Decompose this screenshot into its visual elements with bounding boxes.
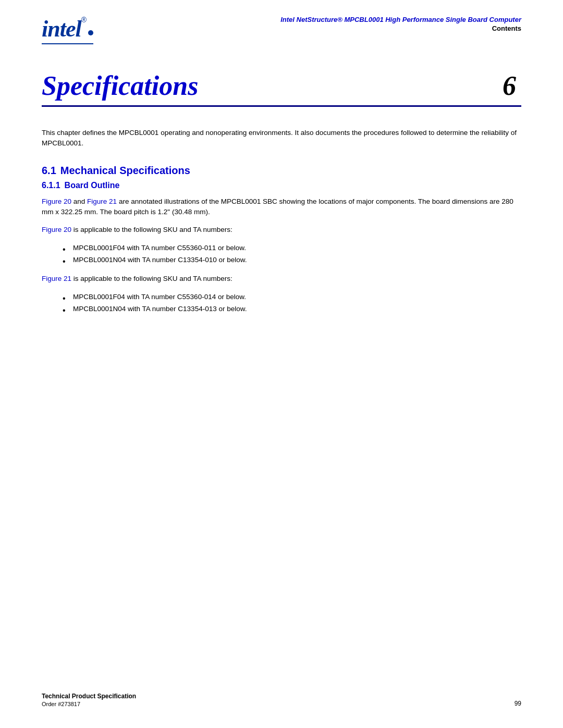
section-6-1-label: Mechanical Specifications [60,165,190,176]
figure-20-link-1[interactable]: Figure 20 [42,198,71,205]
bullet-list-1: MPCBL0001F04 with TA number C55360-011 o… [73,242,521,266]
figure-21-applicable-para: Figure 21 is applicable to the following… [42,274,521,284]
section-6-1-1-number: 6.1.1 [42,181,60,190]
intel-dot [88,30,93,35]
section-6-1-1-label: Board Outline [65,181,120,190]
footer-left: Technical Product Specification Order #2… [42,693,136,707]
intel-registered-mark: ® [81,16,87,24]
header-doc-title: Intel NetStructure® MPCBL0001 High Perfo… [114,16,521,23]
figure-20-applicable-post: is applicable to the following SKU and T… [71,226,232,233]
figure-20-applicable-para: Figure 20 is applicable to the following… [42,225,521,235]
intel-logo: intel ® [42,16,93,44]
chapter-title-area: Specifications 6 [0,55,563,101]
section-6-1-1-title: 6.1.1Board Outline [42,181,521,190]
intro-paragraph: This chapter defines the MPCBL0001 opera… [42,128,521,149]
board-outline-para1: Figure 20 and Figure 21 are annotated il… [42,196,521,218]
and-text: and [71,198,87,205]
figure-21-link-1[interactable]: Figure 21 [87,198,117,205]
figure-21-applicable-post: is applicable to the following SKU and T… [71,275,232,282]
bullet-1-1: MPCBL0001F04 with TA number C55360-011 o… [73,242,521,254]
bullet-list-2: MPCBL0001F04 with TA number C55360-014 o… [73,291,521,315]
footer: Technical Product Specification Order #2… [42,693,521,707]
page: intel ® Intel NetStructure® MPCBL0001 Hi… [0,0,563,728]
bullet-1-2: MPCBL0001N04 with TA number C13354-010 o… [73,254,521,266]
bullet-2-2: MPCBL0001N04 with TA number C13354-013 o… [73,303,521,315]
section-6-1-number: 6.1 [42,165,56,176]
chapter-title: Specifications [42,70,198,101]
footer-page-number: 99 [515,700,521,707]
figure-21-link-2[interactable]: Figure 21 [42,275,71,282]
intel-logo-text: intel [42,16,81,42]
figure-20-link-2[interactable]: Figure 20 [42,226,71,233]
header-info: Intel NetStructure® MPCBL0001 High Perfo… [93,16,521,32]
footer-doc-type: Technical Product Specification [42,693,136,700]
header-doc-section: Contents [114,24,521,32]
bullet-2-1: MPCBL0001F04 with TA number C55360-014 o… [73,291,521,303]
section-6-1-title: 6.1Mechanical Specifications [42,165,521,177]
chapter-number: 6 [503,70,516,101]
header: intel ® Intel NetStructure® MPCBL0001 Hi… [0,0,563,55]
intel-logo-underline [42,43,93,44]
footer-order-number: Order #273817 [42,701,136,707]
main-content: This chapter defines the MPCBL0001 opera… [0,107,563,315]
